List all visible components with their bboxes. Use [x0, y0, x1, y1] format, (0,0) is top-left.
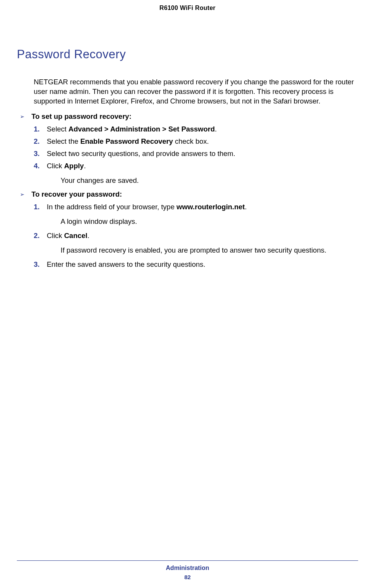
- step-item: 4. Click Apply.: [34, 161, 358, 171]
- procedure-recover: ➢ To recover your password: 1. In the ad…: [20, 190, 358, 269]
- step-item: 2. Click Cancel.: [34, 231, 358, 241]
- step-text: Select two security questions, and provi…: [47, 149, 358, 159]
- step-list: 1. In the address field of your browser,…: [34, 202, 358, 269]
- step-text-pre: Select: [47, 125, 69, 133]
- step-text-bold: Enable Password Recovery: [80, 137, 173, 145]
- content-area: Password Recovery NETGEAR recommends tha…: [0, 11, 375, 269]
- step-text-post: .: [87, 232, 89, 240]
- step-text-bold: Cancel: [64, 232, 87, 240]
- triangle-bullet-icon: ➢: [20, 113, 25, 120]
- procedure-heading: ➢ To recover your password:: [20, 190, 358, 199]
- step-text-post: .: [215, 125, 217, 133]
- step-text-post: .: [84, 162, 86, 170]
- step-text: Select the Enable Password Recovery chec…: [47, 137, 358, 146]
- step-text-pre: Click: [47, 162, 64, 170]
- procedure-heading: ➢ To set up password recovery:: [20, 112, 358, 121]
- page-number: 82: [0, 574, 375, 580]
- step-text-bold: Advanced > Administration > Set Password: [69, 125, 215, 133]
- step-number: 1.: [34, 202, 47, 212]
- step-item: 1. Select Advanced > Administration > Se…: [34, 125, 358, 134]
- step-subtext: If password recovery is enabled, you are…: [61, 246, 358, 255]
- step-text: Click Cancel.: [47, 231, 358, 241]
- step-text-pre: Select the: [47, 137, 80, 145]
- step-subtext: A login window displays.: [61, 217, 358, 226]
- header-title: R6100 WiFi Router: [0, 0, 375, 11]
- step-text: Select Advanced > Administration > Set P…: [47, 125, 358, 134]
- step-number: 3.: [34, 149, 47, 159]
- step-text: In the address field of your browser, ty…: [47, 202, 358, 212]
- step-text-bold: www.routerlogin.net: [176, 203, 245, 211]
- section-title: Password Recovery: [17, 48, 358, 61]
- step-subtext: Your changes are saved.: [61, 176, 358, 185]
- triangle-bullet-icon: ➢: [20, 191, 25, 197]
- step-item: 3. Enter the saved answers to the securi…: [34, 260, 358, 269]
- step-list: 1. Select Advanced > Administration > Se…: [34, 125, 358, 185]
- procedure-title: To set up password recovery:: [31, 112, 132, 121]
- step-item: 3. Select two security questions, and pr…: [34, 149, 358, 159]
- footer-section-name: Administration: [0, 565, 375, 572]
- step-item: 1. In the address field of your browser,…: [34, 202, 358, 212]
- step-item: 2. Select the Enable Password Recovery c…: [34, 137, 358, 146]
- step-text-pre: Click: [47, 232, 64, 240]
- step-text-post: .: [245, 203, 247, 211]
- intro-paragraph: NETGEAR recommends that you enable passw…: [34, 77, 358, 106]
- step-number: 2.: [34, 137, 47, 146]
- step-text-post: check box.: [173, 137, 209, 145]
- step-number: 4.: [34, 161, 47, 171]
- page-footer: Administration 82: [0, 560, 375, 580]
- step-text: Click Apply.: [47, 161, 358, 171]
- step-text-bold: Apply: [64, 162, 84, 170]
- step-number: 3.: [34, 260, 47, 269]
- step-text: Enter the saved answers to the security …: [47, 260, 358, 269]
- procedure-setup: ➢ To set up password recovery: 1. Select…: [20, 112, 358, 185]
- step-number: 1.: [34, 125, 47, 134]
- step-text-pre: In the address field of your browser, ty…: [47, 203, 176, 211]
- footer-divider: [17, 560, 358, 561]
- procedure-title: To recover your password:: [31, 190, 122, 199]
- step-number: 2.: [34, 231, 47, 241]
